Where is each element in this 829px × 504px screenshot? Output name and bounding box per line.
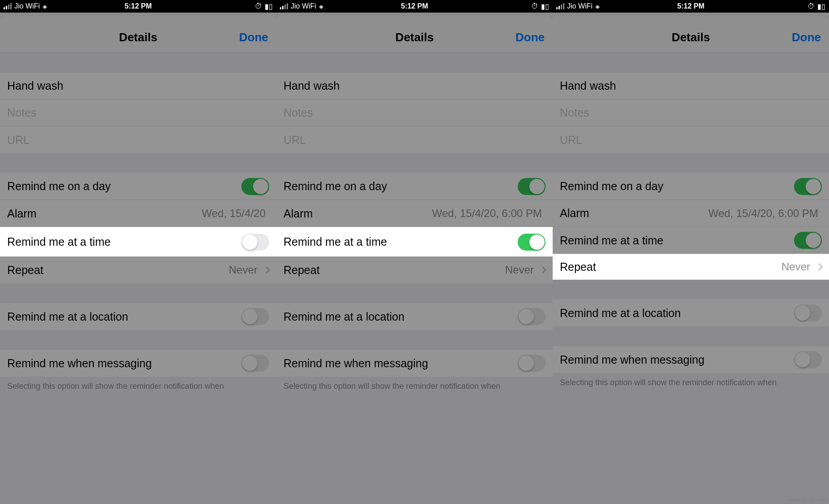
remind-at-time-row[interactable]: Remind me at a time	[553, 227, 829, 254]
url-placeholder: URL	[284, 134, 306, 147]
url-field[interactable]: URL	[553, 126, 829, 153]
url-placeholder: URL	[560, 134, 582, 147]
remind-at-location-label: Remind me at a location	[7, 310, 241, 323]
clock: 5:12 PM	[0, 2, 276, 10]
remind-at-location-row[interactable]: Remind me at a location	[553, 300, 829, 326]
remind-when-messaging-label: Remind me when messaging	[560, 353, 794, 366]
nav-bar: Details Done	[0, 22, 276, 53]
repeat-row[interactable]: Repeat Never	[553, 254, 829, 280]
repeat-row[interactable]: Repeat Never	[0, 256, 276, 283]
alarm-value: Wed, 15/4/20, 6:00 PM	[432, 207, 542, 220]
remind-at-time-toggle[interactable]	[518, 234, 545, 251]
remind-when-messaging-toggle[interactable]	[794, 351, 822, 368]
nav-title: Details	[395, 30, 433, 44]
nav-title: Details	[119, 30, 157, 44]
clock: 5:12 PM	[553, 2, 829, 10]
remind-at-time-toggle[interactable]	[794, 232, 822, 249]
remind-when-messaging-toggle[interactable]	[518, 355, 545, 372]
reminder-title-field[interactable]: Hand wash	[553, 73, 829, 100]
remind-when-messaging-label: Remind me when messaging	[7, 357, 241, 370]
remind-on-day-row[interactable]: Remind me on a day	[0, 173, 276, 200]
remind-on-day-toggle[interactable]	[518, 178, 545, 195]
remind-at-location-label: Remind me at a location	[284, 310, 518, 323]
notes-placeholder: Notes	[560, 106, 589, 119]
remind-at-location-row[interactable]: Remind me at a location	[276, 303, 553, 330]
repeat-row[interactable]: Repeat Never	[276, 256, 553, 283]
repeat-value: Never	[781, 261, 810, 273]
remind-on-day-row[interactable]: Remind me on a day	[276, 173, 553, 200]
screen-3: Jio WiFi ◈ 5:12 PM ⏱ ▮▯ Details Done Han…	[553, 0, 829, 504]
alarm-label: Alarm	[7, 207, 202, 220]
alarm-row[interactable]: Alarm Wed, 15/4/20, 6:00 PM	[276, 200, 553, 227]
alarm-value: Wed, 15/4/20, 6:00 PM	[708, 207, 818, 220]
chevron-right-icon	[263, 266, 271, 274]
reminder-title-value: Hand wash	[560, 79, 616, 92]
notes-field[interactable]: Notes	[0, 100, 276, 126]
reminder-title-value: Hand wash	[7, 79, 63, 92]
repeat-label: Repeat	[7, 264, 229, 277]
sheet-grabber[interactable]	[276, 16, 553, 22]
remind-at-time-label: Remind me at a time	[560, 234, 794, 247]
notes-placeholder: Notes	[284, 106, 313, 119]
nav-bar: Details Done	[276, 22, 553, 53]
status-bar: Jio WiFi ◈ 5:12 PM ⏱ ▮▯	[553, 0, 829, 13]
remind-when-messaging-row[interactable]: Remind me when messaging	[553, 346, 829, 373]
remind-at-location-row[interactable]: Remind me at a location	[0, 303, 276, 330]
done-button[interactable]: Done	[239, 30, 268, 44]
alarm-label: Alarm	[560, 207, 708, 220]
chevron-right-icon	[539, 266, 547, 274]
chevron-right-icon	[816, 263, 823, 271]
alarm-value: Wed, 15/4/20	[202, 207, 266, 220]
remind-at-location-toggle[interactable]	[794, 304, 822, 322]
remind-at-time-toggle[interactable]	[241, 234, 269, 251]
url-placeholder: URL	[7, 134, 30, 147]
messaging-footer-note: Selecting this option will show the remi…	[553, 373, 829, 388]
remind-on-day-label: Remind me on a day	[560, 180, 794, 193]
remind-when-messaging-row[interactable]: Remind me when messaging	[0, 350, 276, 377]
remind-when-messaging-label: Remind me when messaging	[284, 357, 518, 370]
remind-at-time-row[interactable]: Remind me at a time	[0, 227, 276, 256]
messaging-footer-note: Selecting this option will show the remi…	[276, 377, 553, 391]
screen-1: Jio WiFi ◈ 5:12 PM ⏱ ▮▯ Details Done Han…	[0, 0, 276, 504]
remind-on-day-toggle[interactable]	[241, 178, 269, 195]
url-field[interactable]: URL	[0, 126, 276, 153]
alarm-row[interactable]: Alarm Wed, 15/4/20, 6:00 PM	[553, 200, 829, 227]
repeat-label: Repeat	[560, 261, 781, 274]
remind-at-time-label: Remind me at a time	[7, 235, 241, 248]
remind-when-messaging-toggle[interactable]	[241, 355, 269, 372]
clock: 5:12 PM	[276, 2, 553, 10]
done-button[interactable]: Done	[792, 30, 821, 44]
notes-field[interactable]: Notes	[553, 100, 829, 126]
nav-bar: Details Done	[553, 22, 829, 53]
status-bar: Jio WiFi ◈ 5:12 PM ⏱ ▮▯	[276, 0, 553, 13]
messaging-footer-note: Selecting this option will show the remi…	[0, 377, 276, 391]
notes-placeholder: Notes	[7, 106, 36, 119]
remind-at-time-row[interactable]: Remind me at a time	[276, 227, 553, 256]
alarm-label: Alarm	[284, 207, 432, 220]
remind-on-day-row[interactable]: Remind me on a day	[553, 173, 829, 200]
sheet-grabber[interactable]	[0, 16, 276, 22]
remind-at-location-label: Remind me at a location	[560, 307, 794, 320]
alarm-row[interactable]: Alarm Wed, 15/4/20	[0, 200, 276, 227]
remind-at-location-toggle[interactable]	[241, 308, 269, 325]
reminder-title-field[interactable]: Hand wash	[0, 73, 276, 100]
url-field[interactable]: URL	[276, 126, 553, 153]
sheet-grabber[interactable]	[553, 16, 829, 22]
reminder-title-field[interactable]: Hand wash	[276, 73, 553, 100]
screen-2: Jio WiFi ◈ 5:12 PM ⏱ ▮▯ Details Done Han…	[276, 0, 553, 504]
repeat-value: Never	[505, 264, 534, 276]
watermark: www.deuaq.com	[788, 497, 827, 502]
reminder-title-value: Hand wash	[284, 79, 340, 92]
notes-field[interactable]: Notes	[276, 100, 553, 126]
nav-title: Details	[672, 30, 710, 44]
remind-on-day-label: Remind me on a day	[284, 180, 518, 193]
remind-at-time-label: Remind me at a time	[284, 235, 518, 248]
done-button[interactable]: Done	[515, 30, 545, 44]
remind-when-messaging-row[interactable]: Remind me when messaging	[276, 350, 553, 377]
remind-on-day-label: Remind me on a day	[7, 180, 241, 193]
repeat-value: Never	[229, 264, 257, 276]
remind-on-day-toggle[interactable]	[794, 178, 822, 195]
repeat-label: Repeat	[284, 264, 505, 277]
remind-at-location-toggle[interactable]	[518, 308, 545, 325]
status-bar: Jio WiFi ◈ 5:12 PM ⏱ ▮▯	[0, 0, 276, 13]
